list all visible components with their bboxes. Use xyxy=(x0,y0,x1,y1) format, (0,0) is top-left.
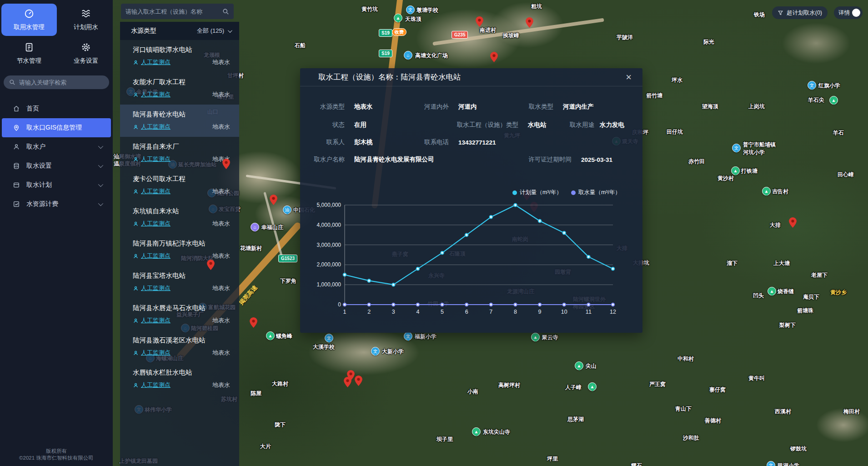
svg-text:5,000,000: 5,000,000 xyxy=(317,202,341,208)
facility-search-input[interactable] xyxy=(125,8,222,15)
water-type-label: 地表水 xyxy=(212,349,230,357)
mountain-marker[interactable]: ▲ xyxy=(575,361,583,370)
flask-icon xyxy=(778,10,783,16)
school-marker[interactable]: 文 xyxy=(325,334,333,342)
map-place-label: 锣鼓坑 xyxy=(790,445,807,453)
map-place-label: 尖山 xyxy=(586,362,597,370)
close-icon[interactable]: × xyxy=(626,71,632,84)
person-icon xyxy=(133,156,139,162)
field-phone: 联系电话13432771221 xyxy=(405,135,496,149)
villa-marker[interactable]: ⌂ xyxy=(251,223,259,231)
app-tile-3[interactable]: 业务设置 xyxy=(58,37,114,70)
facility-item-10[interactable]: 水唇镇水栏肚水电站人工监测点地表水 xyxy=(120,363,239,395)
monitor-point-link[interactable]: 人工监测点 xyxy=(133,381,171,389)
map-place-label: 箭竹塘 xyxy=(646,92,662,100)
red-pin-marker[interactable] xyxy=(270,195,277,205)
facility-item-8[interactable]: 陆河县水唇走马石水电站人工监测点地表水 xyxy=(120,298,239,331)
monitor-point-link[interactable]: 人工监测点 xyxy=(133,155,171,163)
red-pin-marker[interactable] xyxy=(222,159,230,169)
legend-item[interactable]: 计划量（m³/年） xyxy=(512,189,562,196)
plaza-marker[interactable]: ⌂ xyxy=(404,51,412,60)
map-place-label: 普宁市船埔镇 xyxy=(743,141,776,149)
map-place-label: 溜下 xyxy=(727,260,738,267)
monitor-point-link[interactable]: 人工监测点 xyxy=(133,187,171,195)
detail-toggle[interactable]: 详情 xyxy=(834,6,863,19)
app-tile-0[interactable]: 取用水管理 xyxy=(1,4,57,36)
red-pin-marker[interactable] xyxy=(250,317,257,328)
app-tile-2[interactable]: 节水管理 xyxy=(1,37,57,70)
red-pin-marker[interactable] xyxy=(207,260,215,270)
mountain-marker[interactable]: ▲ xyxy=(588,382,597,391)
app-tile-label: 节水管理 xyxy=(17,57,41,65)
monitor-point-link[interactable]: 人工监测点 xyxy=(133,58,171,66)
school-marker[interactable]: 文 xyxy=(406,5,415,14)
map-place-label: 东坑尖山寺 xyxy=(483,428,510,436)
sidebar-item-0[interactable]: 首页 xyxy=(2,99,111,118)
mountain-marker[interactable]: ▲ xyxy=(762,187,771,195)
sidebar-search-input[interactable] xyxy=(19,79,104,86)
monitor-point-link[interactable]: 人工监测点 xyxy=(133,316,171,325)
map-place-label: 墩塘学校 xyxy=(416,6,438,14)
facility-item-9[interactable]: 陆河县激石溪老区水电站人工监测点地表水 xyxy=(120,331,239,363)
facility-item-1[interactable]: 友能水厂取水工程人工监测点地表水 xyxy=(120,72,239,105)
facility-name: 东坑镇自来水站 xyxy=(133,207,230,215)
sidebar-item-3[interactable]: 取水设置 xyxy=(2,156,111,175)
svg-text:7: 7 xyxy=(489,309,492,315)
monitor-point-link[interactable]: 人工监测点 xyxy=(133,284,171,292)
sidebar-item-1[interactable]: 取水口GIS信息管理 xyxy=(2,118,111,137)
red-pin-marker[interactable] xyxy=(476,16,483,27)
red-pin-marker[interactable] xyxy=(344,377,351,387)
school-marker[interactable]: 文 xyxy=(371,347,380,356)
temple-marker[interactable]: ▲ xyxy=(472,427,481,436)
person-icon xyxy=(133,382,139,388)
map-place-label: 聚云寺 xyxy=(542,334,558,341)
mountain-marker[interactable]: ▲ xyxy=(829,96,838,105)
filter-dropdown[interactable]: 全部 (125) xyxy=(197,27,231,35)
facility-item-5[interactable]: 东坑镇自来水站人工监测点地表水 xyxy=(120,201,239,234)
water-type-label: 地表水 xyxy=(212,123,230,131)
red-pin-marker[interactable] xyxy=(490,52,498,62)
map-place-label: 花塘新村 xyxy=(240,245,262,252)
school-marker[interactable]: 文 xyxy=(404,332,412,341)
field-intake-type: 取水类型河道内生产 xyxy=(496,100,594,114)
map-place-label: 幸福山庄 xyxy=(261,224,283,231)
app-tile-1[interactable]: 计划用水 xyxy=(58,4,114,36)
red-pin-marker[interactable] xyxy=(526,17,533,28)
search-icon[interactable] xyxy=(222,8,229,15)
facility-item-0[interactable]: 河口镇唱歌潭水电站人工监测点地表水 xyxy=(120,40,239,72)
red-pin-marker[interactable] xyxy=(355,376,362,386)
sidebar-search[interactable] xyxy=(4,75,109,89)
svg-text:6: 6 xyxy=(465,309,468,315)
facility-meta: 人工监测点地表水 xyxy=(133,316,230,325)
sidebar-item-2[interactable]: 取水户 xyxy=(2,137,111,156)
school-marker[interactable]: 文 xyxy=(808,81,816,90)
sidebar-item-4[interactable]: 取水计划 xyxy=(2,175,111,195)
map-place-label: 大路村 xyxy=(272,380,288,388)
sidebar-item-5[interactable]: 水资源计费 xyxy=(2,195,111,214)
facility-item-6[interactable]: 陆河县南万镇杞洋水电站人工监测点地表水 xyxy=(120,234,239,266)
gas-station-marker[interactable]: 油 xyxy=(283,205,291,214)
card-icon xyxy=(13,181,20,189)
over-plan-button[interactable]: 超计划取水(0) xyxy=(772,6,828,19)
monitor-point-link[interactable]: 人工监测点 xyxy=(133,123,171,131)
monitor-point-link[interactable]: 人工监测点 xyxy=(133,252,171,260)
facility-item-2[interactable]: 陆河县青砼水电站人工监测点地表水 xyxy=(120,105,239,137)
toggle-knob[interactable] xyxy=(852,9,860,17)
mountain-marker[interactable]: ▲ xyxy=(768,287,776,296)
facility-item-4[interactable]: 麦卡公司取水工程人工监测点地表水 xyxy=(120,169,239,201)
facility-name: 陆河县水唇走马石水电站 xyxy=(133,304,230,312)
monitor-point-link[interactable]: 人工监测点 xyxy=(133,90,171,99)
monitor-point-link[interactable]: 人工监测点 xyxy=(133,220,171,228)
mountain-marker[interactable]: ▲ xyxy=(394,14,402,22)
mountain-marker[interactable]: ▲ xyxy=(266,331,275,340)
facility-item-3[interactable]: 陆河县自来水厂人工监测点地表水 xyxy=(120,137,239,169)
monitor-point-link[interactable]: 人工监测点 xyxy=(133,349,171,357)
temple-marker[interactable]: ▲ xyxy=(531,333,540,341)
mountain-marker[interactable]: ▲ xyxy=(731,166,740,175)
facility-search[interactable] xyxy=(121,4,234,19)
facility-item-7[interactable]: 陆河县宝塔水电站人工监测点地表水 xyxy=(120,266,239,298)
person-icon xyxy=(133,221,139,227)
red-pin-marker[interactable] xyxy=(789,217,797,228)
school-marker[interactable]: 文 xyxy=(732,144,741,152)
legend-item[interactable]: 取水量（m³/年） xyxy=(571,189,621,196)
